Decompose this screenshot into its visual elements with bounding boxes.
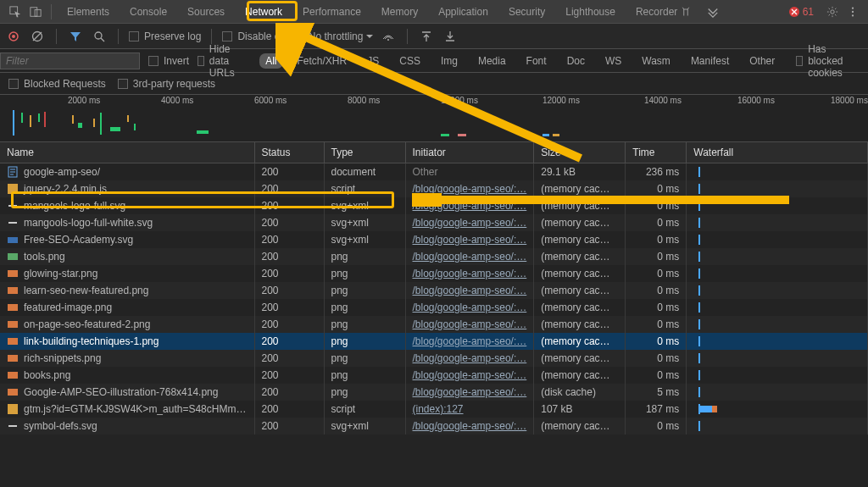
preserve-log-checkbox[interactable]: Preserve log <box>129 30 201 42</box>
request-initiator[interactable]: /blog/google-amp-seo/:… <box>405 214 534 231</box>
tab-application[interactable]: Application <box>428 0 498 23</box>
tab-network[interactable]: Network <box>235 0 292 23</box>
request-initiator[interactable]: /blog/google-amp-seo/:… <box>405 282 534 299</box>
request-initiator[interactable]: /blog/google-amp-seo/:… <box>405 180 534 197</box>
table-row[interactable]: learn-seo-new-featured.png200png/blog/go… <box>0 282 868 299</box>
device-toggle-icon[interactable] <box>25 2 46 22</box>
request-name: tools.png <box>24 251 65 263</box>
table-row[interactable]: gtm.js?id=GTM-KJ9SW4K>m_auth=S48cHMm…200… <box>0 401 868 418</box>
table-row[interactable]: glowing-star.png200png/blog/google-amp-s… <box>0 265 868 282</box>
filter-type-media[interactable]: Media <box>472 53 512 69</box>
table-row[interactable]: Free-SEO-Academy.svg200svg+xml/blog/goog… <box>0 231 868 248</box>
request-initiator[interactable]: Other <box>405 163 534 181</box>
col-status[interactable]: Status <box>254 142 324 163</box>
filter-type-ws[interactable]: WS <box>599 53 627 69</box>
tab-memory[interactable]: Memory <box>371 0 428 23</box>
col-name[interactable]: Name <box>0 142 254 163</box>
network-conditions-icon[interactable] <box>380 28 397 45</box>
table-row[interactable]: Google-AMP-SEO-illustration-768x414.png2… <box>0 384 868 401</box>
table-row[interactable]: symbol-defs.svg200svg+xml/blog/google-am… <box>0 418 868 434</box>
request-size: (memory cac… <box>534 231 626 248</box>
tab-sources[interactable]: Sources <box>177 0 235 23</box>
col-size[interactable]: Size <box>534 142 626 163</box>
hide-data-urls-checkbox[interactable]: Hide data URLs <box>198 43 251 79</box>
tab-elements[interactable]: Elements <box>57 0 120 23</box>
request-initiator[interactable]: /blog/google-amp-seo/:… <box>405 197 534 214</box>
request-time: 0 ms <box>626 418 687 434</box>
waterfall-cell <box>687 367 868 384</box>
import-har-icon[interactable] <box>418 28 435 45</box>
request-name: books.png <box>24 369 70 381</box>
inspect-icon[interactable] <box>5 2 25 22</box>
waterfall-cell <box>687 180 868 197</box>
request-initiator[interactable]: /blog/google-amp-seo/:… <box>405 333 534 350</box>
filter-type-img[interactable]: Img <box>435 53 464 69</box>
col-type[interactable]: Type <box>324 142 405 163</box>
filter-type-font[interactable]: Font <box>520 53 553 69</box>
tab-recorder[interactable]: Recorder <box>626 0 701 23</box>
request-initiator[interactable]: /blog/google-amp-seo/:… <box>405 384 534 401</box>
request-initiator[interactable]: /blog/google-amp-seo/:… <box>405 367 534 384</box>
export-har-icon[interactable] <box>442 28 459 45</box>
request-initiator[interactable]: (index):127 <box>405 401 534 418</box>
table-row[interactable]: featured-image.png200png/blog/google-amp… <box>0 299 868 316</box>
request-initiator[interactable]: /blog/google-amp-seo/:… <box>405 316 534 333</box>
waterfall-cell <box>687 333 868 350</box>
filter-type-fetchxhr[interactable]: Fetch/XHR <box>292 53 353 69</box>
table-row[interactable]: google-amp-seo/200documentOther29.1 kB23… <box>0 163 868 181</box>
waterfall-cell <box>687 350 868 367</box>
timeline-overview[interactable]: 2000 ms 4000 ms 6000 ms 8000 ms 10000 ms… <box>0 95 868 142</box>
table-row[interactable]: books.png200png/blog/google-amp-seo/:…(m… <box>0 367 868 384</box>
table-row[interactable]: mangools-logo-full.svg200svg+xml/blog/go… <box>0 197 868 214</box>
kebab-icon[interactable] <box>843 2 863 22</box>
request-status: 200 <box>254 333 324 350</box>
disable-cache-checkbox[interactable]: Disable cache <box>222 30 301 42</box>
request-initiator[interactable]: /blog/google-amp-seo/:… <box>405 299 534 316</box>
blocked-requests-checkbox[interactable]: Blocked Requests <box>8 78 106 90</box>
filter-type-doc[interactable]: Doc <box>561 53 591 69</box>
request-initiator[interactable]: /blog/google-amp-seo/:… <box>405 231 534 248</box>
col-waterfall[interactable]: Waterfall <box>687 142 868 163</box>
filter-type-all[interactable]: All <box>259 53 282 69</box>
filter-type-manifest[interactable]: Manifest <box>685 53 735 69</box>
third-party-checkbox[interactable]: 3rd-party requests <box>118 78 215 90</box>
throttling-select[interactable]: No throttling <box>309 30 374 42</box>
request-status: 200 <box>254 180 324 197</box>
svg-point-12 <box>95 32 102 39</box>
request-initiator[interactable]: /blog/google-amp-seo/:… <box>405 248 534 265</box>
more-tabs-icon[interactable] <box>701 2 725 22</box>
has-blocked-cookies-checkbox[interactable]: Has blocked cookies <box>796 43 863 79</box>
filter-icon[interactable] <box>67 28 84 45</box>
waterfall-cell <box>687 197 868 214</box>
filter-type-css[interactable]: CSS <box>393 53 426 69</box>
filter-type-js[interactable]: JS <box>361 53 385 69</box>
filter-type-other[interactable]: Other <box>743 53 781 69</box>
tab-console[interactable]: Console <box>120 0 177 23</box>
request-size: (memory cac… <box>534 316 626 333</box>
filter-type-wasm[interactable]: Wasm <box>636 53 676 69</box>
table-row[interactable]: tools.png200png/blog/google-amp-seo/:…(m… <box>0 248 868 265</box>
errors-badge[interactable]: 61 <box>789 6 814 18</box>
filter-input[interactable] <box>0 53 140 69</box>
tab-lighthouse[interactable]: Lighthouse <box>555 0 626 23</box>
table-row[interactable]: mangools-logo-full-white.svg200svg+xml/b… <box>0 214 868 231</box>
invert-checkbox[interactable]: Invert <box>148 55 189 67</box>
tab-performance[interactable]: Performance <box>292 0 371 23</box>
clear-icon[interactable] <box>29 28 46 45</box>
devtools-tabs-bar: Elements Console Sources Network Perform… <box>0 0 868 24</box>
col-initiator[interactable]: Initiator <box>405 142 534 163</box>
table-row[interactable]: link-building-techniques-1.png200png/blo… <box>0 333 868 350</box>
col-time[interactable]: Time <box>626 142 687 163</box>
table-row[interactable]: jquery-2.2.4.min.js200script/blog/google… <box>0 180 868 197</box>
request-initiator[interactable]: /blog/google-amp-seo/:… <box>405 265 534 282</box>
table-row[interactable]: on-page-seo-featured-2.png200png/blog/go… <box>0 316 868 333</box>
table-row[interactable]: rich-snippets.png200png/blog/google-amp-… <box>0 350 868 367</box>
record-icon[interactable] <box>5 28 22 45</box>
request-initiator[interactable]: /blog/google-amp-seo/:… <box>405 418 534 434</box>
request-size: (memory cac… <box>534 197 626 214</box>
tab-security[interactable]: Security <box>498 0 555 23</box>
svg-rect-26 <box>8 304 18 311</box>
search-icon[interactable] <box>91 28 108 45</box>
settings-icon[interactable] <box>822 2 843 22</box>
request-initiator[interactable]: /blog/google-amp-seo/:… <box>405 350 534 367</box>
